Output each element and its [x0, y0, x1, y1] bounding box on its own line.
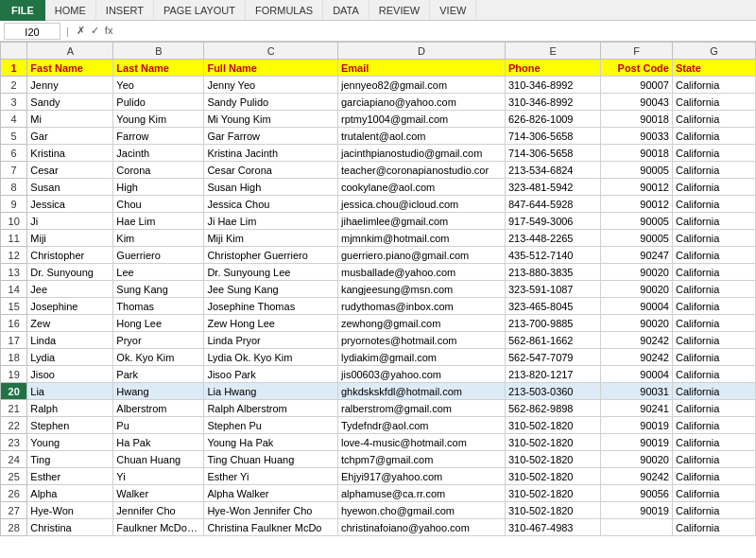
ribbon-tab-review[interactable]: REVIEW	[369, 0, 430, 20]
cell-26-D[interactable]: alphamuse@ca.rr.com	[338, 485, 506, 502]
cell-19-E[interactable]: 213-820-1217	[505, 366, 600, 383]
row-header-4[interactable]: 4	[1, 111, 27, 128]
cell-1-G[interactable]: State	[672, 60, 755, 77]
cell-9-C[interactable]: Jessica Chou	[204, 196, 338, 213]
col-header-c[interactable]: C	[204, 43, 338, 60]
cell-6-G[interactable]: California	[672, 145, 755, 162]
cell-25-F[interactable]: 90242	[601, 468, 673, 485]
row-header-24[interactable]: 24	[1, 451, 27, 468]
row-header-11[interactable]: 11	[1, 230, 27, 247]
cell-19-F[interactable]: 90004	[601, 366, 673, 383]
cell-20-A[interactable]: Lia	[27, 383, 113, 400]
cell-4-G[interactable]: California	[672, 111, 755, 128]
cell-3-E[interactable]: 310-346-8992	[505, 94, 600, 111]
cell-2-F[interactable]: 90007	[601, 77, 673, 94]
cell-27-D[interactable]: hyewon.cho@gmail.com	[338, 502, 506, 519]
row-header-25[interactable]: 25	[1, 468, 27, 485]
cell-20-E[interactable]: 213-503-0360	[505, 383, 600, 400]
formula-input[interactable]	[118, 26, 752, 37]
cell-15-C[interactable]: Josephine Thomas	[204, 298, 338, 315]
cell-27-B[interactable]: Jennifer Cho	[113, 502, 204, 519]
cell-7-E[interactable]: 213-534-6824	[505, 162, 600, 179]
cell-11-G[interactable]: California	[672, 230, 755, 247]
cell-1-D[interactable]: Email	[338, 60, 506, 77]
cell-11-B[interactable]: Kim	[113, 230, 204, 247]
cell-16-G[interactable]: California	[672, 315, 755, 332]
cell-4-F[interactable]: 90018	[601, 111, 673, 128]
row-header-6[interactable]: 6	[1, 145, 27, 162]
cell-7-D[interactable]: teacher@coronapianostudio.cor	[338, 162, 506, 179]
row-header-17[interactable]: 17	[1, 332, 27, 349]
cell-5-D[interactable]: trutalent@aol.com	[338, 128, 506, 145]
cell-27-C[interactable]: Hye-Won Jennifer Cho	[204, 502, 338, 519]
cell-8-E[interactable]: 323-481-5942	[505, 179, 600, 196]
cell-17-D[interactable]: pryornotes@hotmail.com	[338, 332, 506, 349]
cell-25-B[interactable]: Yi	[113, 468, 204, 485]
cell-15-E[interactable]: 323-465-8045	[505, 298, 600, 315]
ribbon-tab-view[interactable]: VIEW	[430, 0, 476, 20]
cell-9-G[interactable]: California	[672, 196, 755, 213]
cell-14-B[interactable]: Sung Kang	[113, 281, 204, 298]
cell-21-C[interactable]: Ralph Alberstrom	[204, 400, 338, 417]
col-header-f[interactable]: F	[601, 43, 673, 60]
cell-5-C[interactable]: Gar Farrow	[204, 128, 338, 145]
cell-23-A[interactable]: Young	[27, 434, 113, 451]
cell-4-A[interactable]: Mi	[27, 111, 113, 128]
cell-26-F[interactable]: 90056	[601, 485, 673, 502]
cell-19-D[interactable]: jis00603@yahoo.com	[338, 366, 506, 383]
cell-1-A[interactable]: Fast Name	[27, 60, 113, 77]
cell-6-A[interactable]: Kristina	[27, 145, 113, 162]
cell-8-G[interactable]: California	[672, 179, 755, 196]
cell-14-D[interactable]: kangjeesung@msn.com	[338, 281, 506, 298]
cell-15-D[interactable]: rudythomas@inbox.com	[338, 298, 506, 315]
ribbon-tab-page-layout[interactable]: PAGE LAYOUT	[154, 0, 246, 20]
cell-18-B[interactable]: Ok. Kyo Kim	[113, 349, 204, 366]
cell-20-F[interactable]: 90031	[601, 383, 673, 400]
file-tab[interactable]: FILE	[0, 0, 45, 21]
row-header-21[interactable]: 21	[1, 400, 27, 417]
cell-8-B[interactable]: High	[113, 179, 204, 196]
cell-7-C[interactable]: Cesar Corona	[204, 162, 338, 179]
cell-3-B[interactable]: Pulido	[113, 94, 204, 111]
cell-24-A[interactable]: Ting	[27, 451, 113, 468]
cell-10-G[interactable]: California	[672, 213, 755, 230]
cell-25-G[interactable]: California	[672, 468, 755, 485]
cell-18-E[interactable]: 562-547-7079	[505, 349, 600, 366]
cell-15-B[interactable]: Thomas	[113, 298, 204, 315]
cell-9-A[interactable]: Jessica	[27, 196, 113, 213]
cell-5-F[interactable]: 90033	[601, 128, 673, 145]
col-header-g[interactable]: G	[672, 43, 755, 60]
row-header-5[interactable]: 5	[1, 128, 27, 145]
cell-8-F[interactable]: 90012	[601, 179, 673, 196]
cell-13-E[interactable]: 213-880-3835	[505, 264, 600, 281]
cell-20-B[interactable]: Hwang	[113, 383, 204, 400]
cell-23-C[interactable]: Young Ha Pak	[204, 434, 338, 451]
row-header-7[interactable]: 7	[1, 162, 27, 179]
cell-24-G[interactable]: California	[672, 451, 755, 468]
cell-8-D[interactable]: cookylane@aol.com	[338, 179, 506, 196]
cell-2-D[interactable]: jennyeo82@gmail.com	[338, 77, 506, 94]
cell-9-D[interactable]: jessica.chou@icloud.com	[338, 196, 506, 213]
row-header-9[interactable]: 9	[1, 196, 27, 213]
cell-27-G[interactable]: California	[672, 502, 755, 519]
cell-11-D[interactable]: mjmnkim@hotmail.com	[338, 230, 506, 247]
cell-13-F[interactable]: 90020	[601, 264, 673, 281]
cell-22-B[interactable]: Pu	[113, 417, 204, 434]
cell-8-C[interactable]: Susan High	[204, 179, 338, 196]
cell-20-D[interactable]: ghkdskskfdl@hotmail.com	[338, 383, 506, 400]
row-header-16[interactable]: 16	[1, 315, 27, 332]
cell-12-C[interactable]: Christopher Guerriero	[204, 247, 338, 264]
row-header-10[interactable]: 10	[1, 213, 27, 230]
cell-2-C[interactable]: Jenny Yeo	[204, 77, 338, 94]
row-header-1[interactable]: 1	[1, 60, 27, 77]
cell-23-F[interactable]: 90019	[601, 434, 673, 451]
cell-28-B[interactable]: Faulkner McDonoi	[113, 519, 204, 536]
cell-20-G[interactable]: California	[672, 383, 755, 400]
cell-5-E[interactable]: 714-306-5658	[505, 128, 600, 145]
cell-26-C[interactable]: Alpha Walker	[204, 485, 338, 502]
cell-14-E[interactable]: 323-591-1087	[505, 281, 600, 298]
cell-10-C[interactable]: Ji Hae Lim	[204, 213, 338, 230]
cell-11-C[interactable]: Miji Kim	[204, 230, 338, 247]
cell-28-C[interactable]: Christina Faulkner McDo	[204, 519, 338, 536]
cell-2-E[interactable]: 310-346-8992	[505, 77, 600, 94]
